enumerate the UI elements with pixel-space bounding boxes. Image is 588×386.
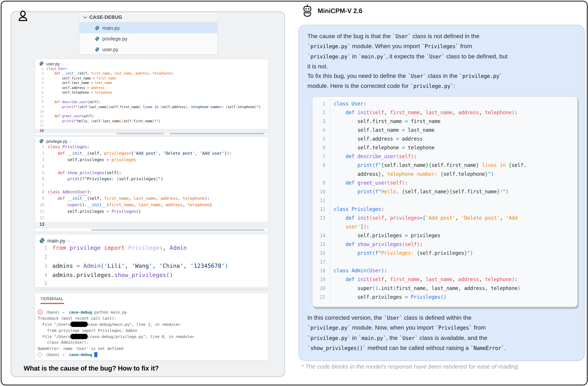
code-line: 11 bbox=[312, 197, 577, 206]
code-line: 1class Privileges: bbox=[35, 144, 268, 151]
errx-icon bbox=[38, 310, 42, 314]
code-line: 13 bbox=[35, 124, 268, 129]
code-line: 15 def show_privileges(self): bbox=[312, 241, 577, 250]
breadcrumb-filename: user.py bbox=[46, 61, 60, 66]
terminal-tab-underline bbox=[41, 303, 64, 304]
terminal-line: File "/Userscase-debug/main.py", line 2,… bbox=[38, 321, 267, 327]
code-line: 6 self.telephone = telephone bbox=[312, 145, 577, 153]
code-line: 19 def init(self, first_name, last_name,… bbox=[312, 277, 577, 285]
code-line: 3admins = Admin('Lili', 'Wang', 'China',… bbox=[35, 262, 268, 271]
code-line: 2 bbox=[35, 253, 268, 262]
cursor-icon bbox=[94, 352, 97, 357]
editor-main-py[interactable]: main.py › ... 1from privilege import Pri… bbox=[35, 234, 268, 289]
file-item-main.py[interactable]: main.py bbox=[80, 22, 217, 33]
code-line: 9 def __init__(self, first_name, last_na… bbox=[35, 196, 268, 202]
answer-outro: In this corrected version, the `User` cl… bbox=[307, 313, 579, 353]
editor-privilege-py[interactable]: privilege.py › ... 1class Privileges:2 d… bbox=[35, 136, 268, 232]
code-line: 17 bbox=[312, 259, 577, 268]
horizontal-scrollbar[interactable] bbox=[116, 133, 164, 135]
code-line: 2 def __init__(self, privileges=['Add po… bbox=[35, 151, 268, 157]
file-item-user.py[interactable]: user.py bbox=[80, 44, 217, 55]
code-line: user']): bbox=[312, 224, 577, 233]
horizontal-scrollbar[interactable] bbox=[91, 229, 265, 231]
answer-intro: The cause of the bug is that the `User` … bbox=[307, 31, 579, 91]
python-icon bbox=[95, 25, 100, 30]
code-line: 12 bbox=[35, 215, 268, 222]
chevron-down-icon bbox=[83, 16, 87, 19]
code-line: 9 def greet_user(self): bbox=[312, 180, 577, 189]
screenshot-root: CASE-DEBUG main.pyprivilege.pyuser.py us… bbox=[0, 0, 588, 386]
code-line: 5 self.address = address bbox=[35, 86, 268, 90]
code-line: 13 bbox=[35, 222, 268, 228]
terminal-line: File "/Users/case-debug/privilege.py", l… bbox=[38, 333, 267, 339]
breadcrumb: privilege.py › ... bbox=[35, 137, 268, 144]
code-lines: 1class User:2 def init(self, first_name,… bbox=[312, 101, 577, 303]
code-line: 21 self.privileges = Privileges() bbox=[312, 294, 577, 303]
person-icon bbox=[17, 10, 29, 27]
code-line: 11 def greet_user(self): bbox=[35, 114, 268, 119]
question-text: What is the cause of the bug? How to fix… bbox=[24, 365, 159, 372]
terminal-line: Traceback (most recent call last): bbox=[38, 315, 267, 321]
file-item-privilege.py[interactable]: privilege.py bbox=[80, 33, 217, 44]
footnote: * The code blocks in the model's respons… bbox=[301, 363, 520, 370]
breadcrumb-filename: privilege.py bbox=[46, 139, 67, 144]
breadcrumb-separator: › bbox=[62, 61, 63, 66]
code-line: 3 self.first_name = first_name bbox=[35, 76, 268, 81]
code-line: 14 self.privileges = privileges bbox=[312, 233, 577, 241]
robot-icon bbox=[301, 4, 314, 17]
editor-bottom-strip bbox=[35, 287, 268, 289]
terminal-tab-label[interactable]: TERMINAL bbox=[41, 296, 63, 301]
code-line: 6 self.telephone = telephone bbox=[35, 90, 268, 95]
breadcrumb-more: ... bbox=[73, 139, 77, 144]
terminal-panel[interactable]: TERMINAL (base) → case-debug python main… bbox=[35, 293, 268, 361]
code-line: 11 self.privileges = Privileges() bbox=[35, 209, 268, 215]
python-icon bbox=[39, 61, 44, 66]
terminal-output: (base) → case-debug python main.pyTraceb… bbox=[38, 309, 267, 358]
python-icon bbox=[39, 139, 44, 144]
code-line: address}, telephone number: {self.teleph… bbox=[312, 171, 577, 180]
code-line: 1from privilege import Privileges, Admin bbox=[35, 244, 268, 254]
editor-user-py[interactable]: user.py › ... 1class User:2 def __init__… bbox=[35, 59, 268, 136]
breadcrumb-separator: › bbox=[70, 139, 71, 144]
code-line: 14 bbox=[35, 129, 268, 133]
terminal-line: (base) → case-debug bbox=[38, 351, 267, 358]
breadcrumb-more: ... bbox=[66, 61, 69, 66]
code-line: 2 def __init__(self, first_name, last_na… bbox=[35, 72, 268, 76]
model-response-bubble: The cause of the bug is that the `User` … bbox=[299, 25, 585, 361]
code-line: 8 def describe_user(self): bbox=[35, 100, 268, 105]
code-line: 12 print(f"Hello, {self.last_name}{self.… bbox=[35, 119, 268, 124]
explorer-root-label: CASE-DEBUG bbox=[89, 15, 122, 20]
code-line: 20 super().init(first_name, last_name, a… bbox=[312, 285, 577, 294]
code-line: 6 print(f"Privileges: {self.privileges}"… bbox=[35, 177, 268, 183]
code-line: 7 def describe_user(self): bbox=[312, 153, 577, 162]
breadcrumb-separator: › bbox=[68, 238, 69, 243]
code-line: 18class Admin(User): bbox=[312, 268, 577, 277]
explorer-root-row[interactable]: CASE-DEBUG bbox=[80, 12, 217, 22]
terminal-line: class Admin(User): bbox=[38, 339, 267, 345]
breadcrumb: main.py › ... bbox=[35, 235, 268, 244]
breadcrumb-more: ... bbox=[72, 238, 76, 243]
redact-icon bbox=[70, 334, 88, 339]
code-line: 4 self.last_name = last_name bbox=[312, 127, 577, 136]
code-line: 5 def show_privileges(self): bbox=[35, 170, 268, 177]
model-name: MiniCPM-V 2.6 bbox=[318, 7, 362, 15]
redact-icon bbox=[70, 322, 88, 327]
file-item-label: main.py bbox=[102, 25, 120, 31]
file-item-label: user.py bbox=[102, 46, 118, 52]
terminal-line: NameError: name 'User' is not defined bbox=[38, 345, 267, 351]
horizontal-scrollbar[interactable] bbox=[169, 133, 265, 135]
python-icon bbox=[95, 47, 100, 52]
code-line: 3 self.privileges = privileges bbox=[35, 157, 268, 164]
code-line: 8class Admin(User): bbox=[35, 190, 268, 196]
code-line: 8 print(f"{self.last_name}{self.first_na… bbox=[312, 162, 577, 171]
terminal-line: (base) → case-debug python main.py bbox=[38, 309, 267, 315]
code-line: 9 print(f"{self.last_name}{self.first_na… bbox=[35, 105, 268, 109]
python-icon bbox=[95, 36, 100, 41]
circ-icon bbox=[38, 352, 42, 357]
code-line: 12class Privileges: bbox=[312, 206, 577, 215]
code-line: 4 bbox=[35, 164, 268, 170]
file-explorer: CASE-DEBUG main.pyprivilege.pyuser.py bbox=[79, 12, 218, 55]
code-line: 10 bbox=[35, 109, 268, 114]
breadcrumb: user.py › ... bbox=[35, 59, 268, 67]
code-line: 7 bbox=[35, 95, 268, 100]
